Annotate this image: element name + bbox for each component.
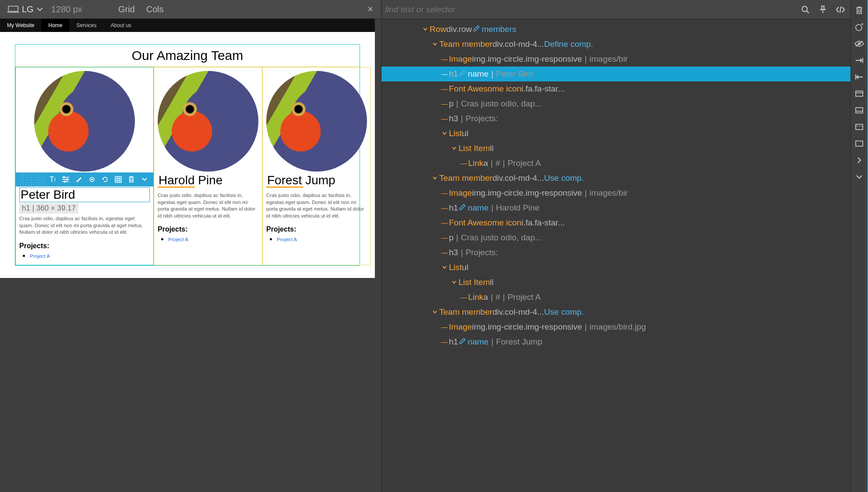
- twisty-leaf-icon[interactable]: —: [440, 337, 449, 347]
- section-outline-icon[interactable]: [853, 138, 865, 149]
- tree-row[interactable]: List ul: [381, 126, 850, 141]
- chevron-right-icon[interactable]: [853, 155, 865, 165]
- tree-row[interactable]: — Image img.img-circle.img-responsive|im…: [381, 52, 850, 67]
- trash-icon[interactable]: [853, 5, 865, 16]
- grid-toggle[interactable]: Grid: [118, 4, 135, 14]
- twisty-leaf-icon[interactable]: —: [440, 233, 449, 243]
- trash-icon[interactable]: [125, 174, 138, 185]
- tree-row[interactable]: Team member div.col-md-4... Use comp.: [381, 171, 850, 186]
- pin-icon[interactable]: [816, 3, 829, 16]
- twisty-open-icon[interactable]: [430, 176, 439, 180]
- twisty-leaf-icon[interactable]: —: [440, 84, 449, 94]
- tree-row[interactable]: — h1name|Peter Bird: [381, 67, 850, 81]
- brush-icon[interactable]: [73, 174, 85, 185]
- member-name[interactable]: Forest Jump: [266, 173, 367, 187]
- navbar-brand[interactable]: My Website: [0, 19, 41, 32]
- member-desc[interactable]: Cras justo odio, dapibus ac facilisis in…: [19, 215, 150, 236]
- tree-row[interactable]: — Font Awesome icon i.fa.fa-star...: [381, 215, 850, 230]
- projects-heading[interactable]: Projects:: [19, 242, 150, 250]
- pencil-icon[interactable]: [458, 68, 468, 81]
- project-link[interactable]: Project A: [168, 237, 188, 242]
- tree-row[interactable]: Team member div.col-md-4... Define comp.: [381, 37, 850, 52]
- tree-row[interactable]: Row div.rowmembers: [381, 22, 850, 37]
- member-name[interactable]: Harold Pine: [158, 173, 258, 187]
- list-item[interactable]: Project A: [277, 235, 367, 243]
- tree-row[interactable]: — h1name|Harold Pine: [381, 200, 850, 215]
- visibility-icon[interactable]: [853, 39, 865, 49]
- pencil-icon[interactable]: [458, 202, 468, 214]
- projects-heading[interactable]: Projects:: [266, 225, 367, 233]
- twisty-leaf-icon[interactable]: —: [440, 114, 449, 124]
- tree-row[interactable]: — Image img.img-circle.img-responsive|im…: [381, 186, 850, 200]
- page-canvas[interactable]: My Website Home Services About us Our Am…: [0, 19, 375, 278]
- align-left-icon[interactable]: [853, 72, 865, 82]
- tree-row[interactable]: — h3|Projects:: [381, 111, 850, 126]
- twisty-leaf-icon[interactable]: —: [440, 188, 449, 198]
- twisty-leaf-icon[interactable]: —: [440, 54, 449, 64]
- twisty-leaf-icon[interactable]: —: [440, 322, 449, 332]
- navbar-item-about[interactable]: About us: [104, 19, 138, 32]
- twisty-open-icon[interactable]: [450, 146, 459, 151]
- close-icon[interactable]: ×: [367, 4, 373, 15]
- tree-row[interactable]: — Image img.img-circle.img-responsive|im…: [381, 320, 850, 334]
- team-heading[interactable]: Our Amazing Team: [15, 45, 360, 67]
- tree-row[interactable]: — p|Cras justo odio, dap...: [381, 96, 850, 111]
- tree-row[interactable]: List ul: [381, 260, 850, 275]
- avatar-image[interactable]: [266, 71, 367, 172]
- section-bottom-icon[interactable]: [853, 105, 865, 116]
- tree-row[interactable]: List Item li: [381, 275, 850, 290]
- sliders-icon[interactable]: [60, 174, 72, 185]
- twisty-leaf-icon[interactable]: —: [440, 69, 449, 79]
- team-member-col[interactable]: Harold Pine Cras justo odio, dapibus ac …: [154, 67, 262, 265]
- align-right-icon[interactable]: [853, 55, 865, 66]
- member-desc[interactable]: Cras justo odio, dapibus ac facilisis in…: [266, 192, 367, 219]
- tree-row[interactable]: — h1name|Forest Jump: [381, 334, 850, 349]
- tree-row[interactable]: — h3|Projects:: [381, 245, 850, 260]
- pencil-icon[interactable]: [458, 336, 468, 348]
- list-item[interactable]: Project A: [30, 252, 150, 260]
- projects-heading[interactable]: Projects:: [158, 225, 258, 233]
- code-icon[interactable]: [834, 3, 847, 16]
- team-member-col[interactable]: Forest Jump Cras justo odio, dapibus ac …: [262, 67, 371, 265]
- twisty-leaf-icon[interactable]: —: [440, 218, 449, 228]
- text-tool-icon[interactable]: TI: [46, 174, 59, 185]
- target-icon[interactable]: [86, 174, 98, 185]
- twisty-leaf-icon[interactable]: —: [440, 99, 449, 109]
- tree-row[interactable]: — Font Awesome icon i.fa.fa-star...: [381, 81, 850, 96]
- avatar-image[interactable]: [158, 71, 258, 172]
- search-icon[interactable]: [799, 3, 812, 16]
- tree-row[interactable]: List Item li: [381, 141, 850, 156]
- twisty-leaf-icon[interactable]: —: [459, 158, 468, 169]
- refresh-icon[interactable]: [99, 174, 111, 185]
- member-name-selected[interactable]: Peter Bird: [19, 187, 150, 202]
- tree-row[interactable]: — p|Cras justo odio, dap...: [381, 230, 850, 245]
- more-chevron-icon[interactable]: [138, 174, 151, 185]
- twisty-open-icon[interactable]: [421, 27, 430, 32]
- chevron-down-icon[interactable]: [853, 172, 865, 182]
- navbar-item-home[interactable]: Home: [41, 19, 69, 32]
- search-input[interactable]: [385, 3, 794, 17]
- tree-row[interactable]: — Link a|#|Project A: [381, 156, 850, 171]
- list-item[interactable]: Project A: [168, 235, 258, 243]
- project-link[interactable]: Project A: [30, 253, 50, 259]
- section-split-icon[interactable]: [853, 122, 865, 132]
- grid-icon[interactable]: [112, 174, 124, 185]
- twisty-open-icon[interactable]: [430, 42, 439, 46]
- breakpoint-label[interactable]: LG: [22, 4, 34, 14]
- tree-row[interactable]: Team member div.col-md-4... Use comp.: [381, 305, 850, 320]
- navbar-item-services[interactable]: Services: [69, 19, 103, 32]
- project-link[interactable]: Project A: [277, 237, 297, 242]
- pencil-icon[interactable]: [472, 23, 482, 36]
- team-member-col[interactable]: TI: [15, 67, 154, 265]
- twisty-leaf-icon[interactable]: —: [440, 248, 449, 258]
- twisty-leaf-icon[interactable]: —: [459, 292, 468, 302]
- avatar-image[interactable]: [34, 71, 135, 172]
- twisty-open-icon[interactable]: [430, 310, 439, 314]
- add-icon[interactable]: [853, 22, 865, 32]
- member-desc[interactable]: Cras justo odio, dapibus ac facilisis in…: [158, 192, 258, 219]
- twisty-open-icon[interactable]: [440, 131, 449, 136]
- tree-row[interactable]: — Link a|#|Project A: [381, 290, 850, 305]
- row-selection[interactable]: Our Amazing Team TI: [15, 44, 360, 266]
- twisty-open-icon[interactable]: [440, 265, 449, 270]
- twisty-open-icon[interactable]: [450, 280, 459, 285]
